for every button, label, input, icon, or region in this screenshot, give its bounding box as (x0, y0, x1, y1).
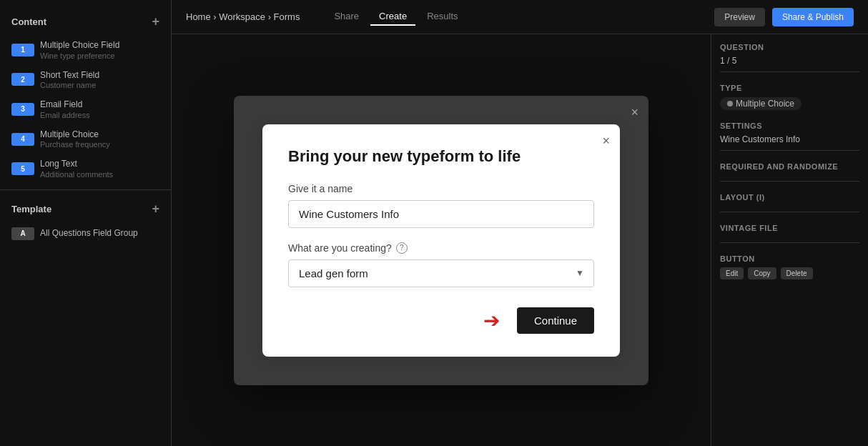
sidebar-content-label: Content (11, 16, 46, 27)
modal-title: Bring your new typeform to life (288, 147, 594, 166)
creating-label-row: What are you creating? ? (288, 242, 594, 254)
share-publish-button[interactable]: Share & Publish (772, 8, 854, 26)
right-panel-required-value (720, 175, 859, 182)
sidebar-item-4-text: Multiple Choice Purchase frequency (40, 129, 110, 149)
breadcrumb: Home › Workspace › Forms (186, 11, 300, 22)
name-label: Give it a name (288, 183, 594, 194)
tab-share[interactable]: Share (325, 8, 368, 26)
right-panel-btn1[interactable]: Edit (720, 267, 744, 279)
sidebar-item-3[interactable]: 3 Email Field Email address (0, 94, 171, 124)
top-bar-actions: Preview Share & Publish (714, 8, 854, 26)
modal-footer: ➔ Continue (288, 307, 594, 334)
sidebar-item-2[interactable]: 2 Short Text Field Customer name (0, 65, 171, 95)
sidebar-item-1[interactable]: 1 Multiple Choice Field Wine type prefer… (0, 35, 171, 65)
right-panel-settings-value: Wine Customers Info (720, 134, 859, 151)
right-panel-layout: Layout (i) (720, 193, 859, 212)
main-area: Home › Workspace › Forms Share Create Re… (172, 0, 868, 446)
sidebar-item-4[interactable]: 4 Multiple Choice Purchase frequency (0, 124, 171, 154)
sidebar-item-2-text: Short Text Field Customer name (40, 70, 99, 90)
right-panel-type: Type Multiple Choice (720, 84, 859, 110)
right-panel-button: Button Edit Copy Delete (720, 254, 859, 279)
right-panel-btn3[interactable]: Delete (781, 267, 813, 279)
inner-modal: × Bring your new typeform to life Give i… (262, 124, 620, 357)
sidebar-item-4-line2: Purchase frequency (40, 140, 110, 149)
right-panel-question-label: Question (720, 43, 859, 51)
sidebar-item-1-line1: Multiple Choice Field (40, 40, 119, 51)
right-panel-vintage: Vintage file (720, 224, 859, 243)
outer-modal-close-button[interactable]: × (631, 106, 638, 119)
outer-modal: × × Bring your new typeform to life Give… (234, 96, 648, 385)
creating-select-wrapper: Lead gen form Survey Quiz Order form Reg… (288, 259, 594, 287)
inner-modal-close-button[interactable]: × (602, 134, 610, 147)
tab-results[interactable]: Results (418, 8, 466, 26)
right-panel-btn2[interactable]: Copy (748, 267, 776, 279)
overlay-backdrop: × × Bring your new typeform to life Give… (172, 34, 711, 446)
right-panel-button-actions: Edit Copy Delete (720, 267, 859, 279)
tab-create[interactable]: Create (370, 8, 415, 26)
sidebar-badge-1: 1 (11, 44, 34, 56)
tag-dot-icon (727, 101, 733, 106)
creating-label: What are you creating? (288, 242, 392, 254)
right-panel-type-value: Multiple Choice (720, 96, 859, 110)
app-background: Content + 1 Multiple Choice Field Wine t… (0, 0, 868, 446)
type-tag-text: Multiple Choice (736, 99, 794, 109)
right-panel-layout-value (720, 206, 859, 212)
right-panel-type-label: Type (720, 84, 859, 92)
sidebar-template-add-button[interactable]: + (152, 202, 159, 217)
creating-help-icon[interactable]: ? (396, 242, 408, 254)
sidebar-add-button[interactable]: + (152, 14, 159, 29)
right-panel-question-value: 1 / 5 (720, 56, 859, 72)
nav-tabs: Share Create Results (325, 8, 466, 26)
sidebar-item-4-line1: Multiple Choice (40, 129, 110, 141)
sidebar-item-3-line1: Email Field (40, 99, 90, 111)
right-panel-vintage-label: Vintage file (720, 224, 859, 232)
sidebar-badge-3: 3 (11, 103, 34, 116)
sidebar-divider (0, 189, 171, 190)
sidebar-template-header: Template + (0, 196, 171, 222)
sidebar-item-1-line2: Wine type preference (40, 51, 119, 60)
right-panel-question: Question 1 / 5 (720, 43, 859, 72)
sidebar-template-item[interactable]: A All Questions Field Group (0, 222, 171, 245)
right-panel-settings: Settings Wine Customers Info (720, 122, 859, 151)
sidebar-item-2-line1: Short Text Field (40, 70, 99, 81)
sidebar-badge-5: 5 (11, 162, 34, 175)
continue-button[interactable]: Continue (517, 307, 594, 334)
sidebar-badge-2: 2 (11, 73, 34, 86)
sidebar-item-1-text: Multiple Choice Field Wine type preferen… (40, 40, 119, 60)
right-panel-layout-label: Layout (i) (720, 193, 859, 202)
right-panel-settings-label: Settings (720, 122, 859, 130)
sidebar-item-5-text: Long Text Additional comments (40, 159, 113, 179)
right-panel-required-label: Required and Randomize (720, 162, 859, 171)
sidebar-item-2-line2: Customer name (40, 81, 99, 89)
sidebar-template-label: Template (11, 204, 51, 214)
preview-button[interactable]: Preview (714, 8, 765, 26)
form-name-input[interactable] (288, 200, 594, 228)
sidebar-template-text: All Questions Field Group (40, 228, 138, 239)
right-panel-vintage-value (720, 237, 859, 243)
content-row: × × Bring your new typeform to life Give… (172, 34, 868, 446)
sidebar-item-5-line1: Long Text (40, 159, 113, 170)
type-tag[interactable]: Multiple Choice (720, 97, 802, 110)
mid-content: × × Bring your new typeform to life Give… (172, 34, 711, 446)
top-bar: Home › Workspace › Forms Share Create Re… (172, 0, 868, 34)
sidebar-template-badge: A (11, 227, 34, 240)
sidebar-badge-4: 4 (11, 133, 34, 146)
sidebar-item-5-line2: Additional comments (40, 170, 113, 179)
arrow-indicator-icon: ➔ (483, 309, 500, 332)
sidebar-item-5[interactable]: 5 Long Text Additional comments (0, 154, 171, 184)
creating-select[interactable]: Lead gen form Survey Quiz Order form Reg… (288, 259, 594, 287)
sidebar-item-3-line2: Email address (40, 111, 90, 119)
sidebar-content-header: Content + (0, 9, 171, 35)
sidebar-item-3-text: Email Field Email address (40, 99, 90, 119)
sidebar: Content + 1 Multiple Choice Field Wine t… (0, 0, 172, 446)
right-panel-required: Required and Randomize (720, 162, 859, 182)
right-panel-button-label: Button (720, 254, 859, 263)
right-panel: Question 1 / 5 Type Multiple Choice Sett… (711, 34, 868, 446)
